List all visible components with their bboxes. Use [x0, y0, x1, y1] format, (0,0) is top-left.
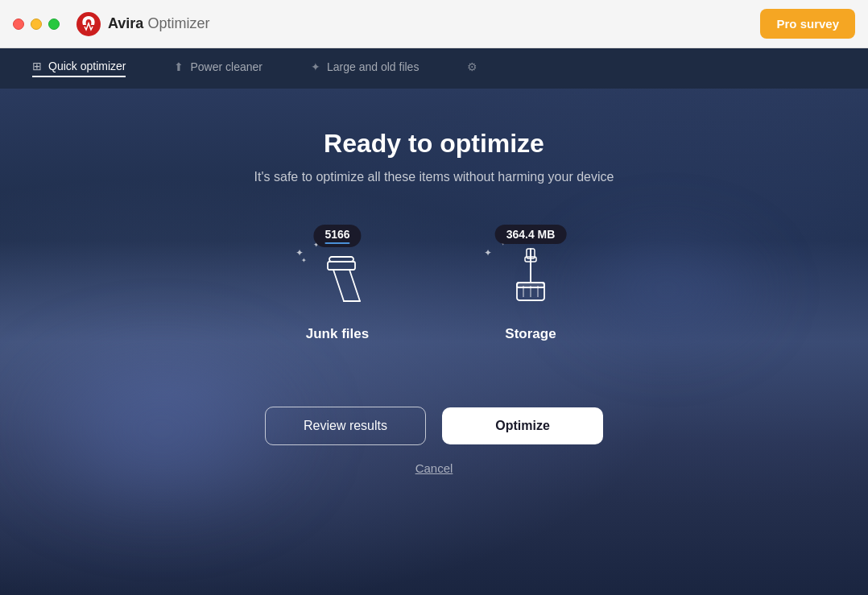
nav-item-quick-optimizer[interactable]: ⊞ Quick optimizer: [32, 60, 126, 77]
junk-files-badge: 5166: [313, 225, 361, 247]
junk-files-icon-area: 5166 ✦ ✦ ✦: [289, 233, 386, 313]
nav-item-large-old-files-label: Large and old files: [327, 60, 419, 73]
storage-icon-area: 364.4 MB ✦ ✦: [482, 233, 579, 313]
nav-item-quick-optimizer-label: Quick optimizer: [48, 60, 126, 72]
nav-item-power-cleaner-label: Power cleaner: [190, 60, 262, 73]
titlebar: Avira Optimizer Pro survey: [0, 0, 868, 48]
cards-row: 5166 ✦ ✦ ✦ Junk files: [289, 233, 579, 342]
svg-rect-2: [328, 262, 355, 270]
logo-area: Avira Optimizer: [76, 11, 209, 37]
maximize-button[interactable]: [48, 19, 60, 30]
close-button[interactable]: [13, 19, 24, 30]
settings-icon: ⚙: [467, 60, 477, 73]
app-title: Avira Optimizer: [108, 15, 209, 32]
storage-badge: 364.4 MB: [495, 225, 567, 244]
review-results-button[interactable]: Review results: [265, 407, 426, 445]
power-cleaner-icon: ⬆: [174, 60, 184, 73]
svg-line-4: [333, 270, 344, 301]
sparkle-icon: ✦: [484, 247, 492, 258]
storage-card: 364.4 MB ✦ ✦: [482, 233, 579, 342]
squeegee-icon: [305, 249, 370, 313]
junk-files-label: Junk files: [306, 326, 369, 342]
optimize-button[interactable]: Optimize: [442, 407, 603, 444]
svg-rect-11: [517, 283, 544, 287]
storage-label: Storage: [505, 326, 556, 342]
brush-icon: [502, 241, 559, 313]
nav-item-power-cleaner[interactable]: ⬆ Power cleaner: [174, 60, 262, 76]
quick-optimizer-icon: ⊞: [32, 60, 42, 72]
junk-files-card: 5166 ✦ ✦ ✦ Junk files: [289, 233, 386, 342]
content-area: Ready to optimize It's safe to optimize …: [0, 89, 868, 475]
sparkle-icon: ✦: [301, 257, 307, 264]
avira-logo-icon: [76, 11, 101, 37]
nav-item-settings[interactable]: ⚙: [467, 60, 477, 76]
minimize-button[interactable]: [31, 19, 42, 30]
cancel-button[interactable]: Cancel: [415, 461, 453, 475]
traffic-lights: [13, 19, 60, 30]
page-subtitle: It's safe to optimize all these items wi…: [254, 170, 614, 184]
page-title: Ready to optimize: [324, 129, 544, 159]
main-content: Ready to optimize It's safe to optimize …: [0, 89, 868, 595]
buttons-row: Review results Optimize: [265, 407, 603, 445]
pro-survey-button[interactable]: Pro survey: [760, 9, 855, 39]
navbar: ⊞ Quick optimizer ⬆ Power cleaner ✦ Larg…: [0, 48, 868, 89]
nav-item-large-old-files[interactable]: ✦ Large and old files: [311, 60, 419, 76]
svg-line-3: [349, 270, 360, 301]
large-old-files-icon: ✦: [311, 60, 320, 73]
